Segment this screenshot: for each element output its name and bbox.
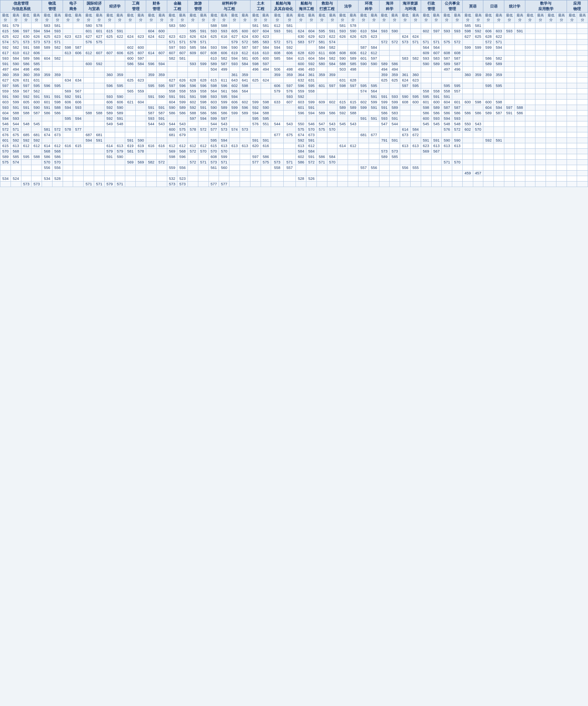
table-cell <box>327 23 338 29</box>
table-cell <box>359 160 369 165</box>
table-cell: 591 <box>146 94 156 100</box>
table-cell <box>421 67 431 72</box>
table-row: 5705685685685795795815785695685725705705… <box>0 149 588 154</box>
table-cell <box>327 105 338 111</box>
table-cell <box>73 61 84 67</box>
table-row: 5935845895866045826005975825816105825945… <box>0 56 588 61</box>
table-cell: 600 <box>125 56 136 61</box>
table-cell: 590 <box>261 105 271 111</box>
table-cell: 594 <box>42 29 53 34</box>
table-cell <box>104 89 115 94</box>
table-cell: 586 <box>198 111 208 116</box>
table-cell <box>338 171 348 176</box>
table-cell: 590 <box>167 105 177 111</box>
table-cell <box>156 40 167 45</box>
table-cell: 603 <box>0 100 11 105</box>
table-cell: 548 <box>452 121 463 127</box>
table-cell <box>514 94 525 100</box>
table-cell <box>577 89 588 94</box>
table-cell <box>535 121 546 127</box>
table-cell <box>525 50 535 56</box>
table-cell <box>261 176 271 182</box>
table-cell: 598 <box>473 100 483 105</box>
table-cell: 559 <box>188 89 198 94</box>
table-cell <box>84 149 94 154</box>
table-cell: 361 <box>306 72 317 78</box>
table-cell: 593 <box>177 45 188 50</box>
table-cell <box>156 23 167 29</box>
table-cell <box>306 165 317 171</box>
table-cell <box>473 182 483 187</box>
table-cell: 587 <box>146 111 156 116</box>
table-cell: 607 <box>104 50 115 56</box>
table-cell <box>136 111 146 116</box>
table-cell: 594 <box>84 138 94 143</box>
sub-col-27: 最低分 <box>271 13 284 23</box>
table-cell <box>525 56 535 61</box>
table-cell <box>577 100 588 105</box>
table-cell: 578 <box>94 23 105 29</box>
table-cell <box>94 149 105 154</box>
table-cell <box>338 160 348 165</box>
table-cell: 612 <box>359 50 369 56</box>
table-cell: 606 <box>73 50 84 56</box>
table-cell: 602 <box>327 100 338 105</box>
table-cell: 571 <box>84 182 94 187</box>
table-cell <box>167 171 177 176</box>
table-cell <box>494 127 504 132</box>
table-cell: 593 <box>208 45 219 50</box>
table-cell: 597 <box>219 116 229 121</box>
table-cell <box>452 94 463 100</box>
table-cell <box>556 160 567 165</box>
table-cell: 599 <box>306 100 317 105</box>
sub-col-54: 最高分 <box>556 13 567 23</box>
table-cell <box>115 61 125 67</box>
table-cell: 593 <box>379 29 390 34</box>
table-cell <box>504 89 514 94</box>
table-cell: 596 <box>146 61 156 67</box>
table-cell <box>546 121 556 127</box>
table-cell <box>261 149 271 154</box>
sub-col-25: 最低分 <box>250 13 261 23</box>
table-cell <box>410 116 421 121</box>
table-cell <box>240 154 250 160</box>
table-cell <box>271 154 284 160</box>
table-cell: 589 <box>348 56 359 61</box>
table-cell: 584 <box>283 56 296 61</box>
table-cell <box>316 67 327 72</box>
table-cell <box>525 160 535 165</box>
table-cell: 592 <box>11 138 21 143</box>
table-row: 5945935955945925915935915975945995975955… <box>0 116 588 121</box>
table-cell <box>316 171 327 176</box>
table-cell <box>473 89 483 94</box>
table-cell: 612 <box>348 143 359 149</box>
table-cell: 591 <box>504 111 514 116</box>
table-cell <box>73 121 84 127</box>
table-cell <box>535 83 546 89</box>
table-cell <box>229 171 240 176</box>
table-cell: 545 <box>32 121 42 127</box>
table-cell <box>556 34 567 40</box>
table-cell: 571 <box>198 40 208 45</box>
table-cell: 589 <box>0 154 11 160</box>
table-cell <box>379 127 390 132</box>
table-cell <box>306 23 317 29</box>
table-cell <box>84 56 94 61</box>
table-cell: 587 <box>494 111 504 116</box>
table-cell <box>63 29 73 34</box>
table-cell <box>84 45 94 50</box>
table-cell: 572 <box>452 127 463 132</box>
table-cell <box>473 154 483 160</box>
table-cell: 627 <box>229 34 240 40</box>
table-cell: 624 <box>400 78 411 83</box>
table-cell <box>473 61 483 67</box>
table-cell: 601 <box>359 56 369 61</box>
table-cell: 571 <box>494 40 504 45</box>
table-cell <box>546 165 556 171</box>
table-cell <box>567 94 577 100</box>
table-cell: 592 <box>283 45 296 50</box>
table-cell <box>94 78 105 83</box>
table-cell <box>136 182 146 187</box>
table-cell <box>379 45 390 50</box>
table-cell <box>504 154 514 160</box>
